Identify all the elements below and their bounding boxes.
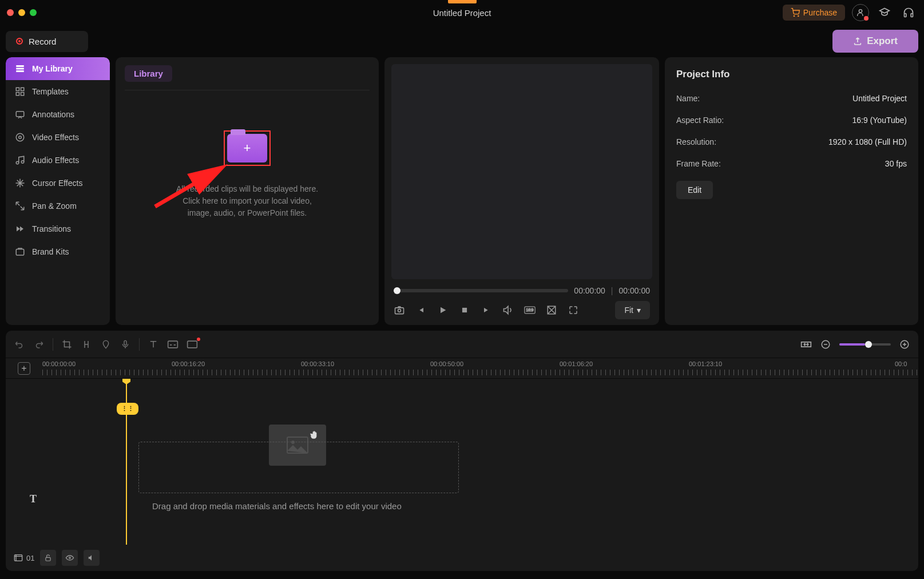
fit-timeline-button[interactable] xyxy=(800,339,812,350)
ruler-mark: 00:00:33:10 xyxy=(301,360,334,367)
sidebar-item-label: Audio Effects xyxy=(32,156,79,165)
library-hint-text: All recorded clips will be displayed her… xyxy=(176,183,318,219)
fullscreen-button[interactable] xyxy=(568,304,579,316)
project-info-panel: Project Info Name: Untitled Project Aspe… xyxy=(665,57,918,325)
zoom-out-button[interactable] xyxy=(820,339,831,350)
preview-canvas[interactable] xyxy=(391,64,652,279)
svg-point-14 xyxy=(19,136,22,139)
edit-project-button[interactable]: Edit xyxy=(676,181,713,199)
sidebar-item-label: Pan & Zoom xyxy=(32,201,77,211)
ruler-mark: 00:00:16:20 xyxy=(172,360,205,367)
volume-button[interactable] xyxy=(502,304,514,316)
account-button[interactable] xyxy=(852,4,869,21)
svg-rect-3 xyxy=(905,14,906,17)
info-name-value: Untitled Project xyxy=(852,94,907,103)
info-framerate-label: Frame Rate: xyxy=(676,159,721,168)
maximize-window-icon[interactable] xyxy=(30,9,37,16)
record-button[interactable]: Record xyxy=(6,31,88,52)
minimize-window-icon[interactable] xyxy=(18,9,25,16)
marker-button[interactable] xyxy=(100,339,112,350)
close-window-icon[interactable] xyxy=(7,9,14,16)
sidebar-item-templates[interactable]: Templates xyxy=(6,80,110,103)
svg-rect-17 xyxy=(16,249,24,256)
svg-point-16 xyxy=(21,161,24,164)
resolution-badge[interactable]: 16:9 xyxy=(524,304,536,316)
sidebar-item-label: Brand Kits xyxy=(32,247,69,256)
split-marker-icon[interactable]: ⋮⋮ xyxy=(117,403,138,415)
undo-button[interactable] xyxy=(14,339,25,350)
track-drop-zone[interactable] xyxy=(138,442,459,493)
transitions-icon xyxy=(15,224,25,234)
timeline-ruler[interactable]: + 00:00:00:00 00:00:16:20 00:00:33:10 00… xyxy=(6,358,918,379)
time-total: 00:00:00 xyxy=(619,286,651,295)
cursor-effects-icon xyxy=(15,178,25,188)
tracks-area[interactable]: ⋮⋮ Drag and drop media materials and eff… xyxy=(6,379,918,545)
sidebar-item-annotations[interactable]: Annotations xyxy=(6,103,110,126)
svg-rect-7 xyxy=(16,70,24,72)
zoom-fit-dropdown[interactable]: Fit ▾ xyxy=(615,301,650,319)
ruler-mark: 00:0 xyxy=(895,360,907,367)
ruler-mark: 00:01:23:10 xyxy=(689,360,722,367)
crop-button[interactable] xyxy=(61,339,73,350)
window-controls xyxy=(7,9,37,16)
mute-track-button[interactable] xyxy=(84,550,100,566)
svg-rect-28 xyxy=(188,341,197,348)
sidebar-item-transitions[interactable]: Transitions xyxy=(6,217,110,240)
seek-slider[interactable] xyxy=(394,289,568,292)
zoom-in-button[interactable] xyxy=(899,339,910,350)
sidebar-item-brand-kits[interactable]: Brand Kits xyxy=(6,240,110,263)
lock-track-button[interactable] xyxy=(40,550,56,566)
video-effects-icon xyxy=(15,132,25,142)
svg-point-21 xyxy=(398,309,401,312)
next-frame-button[interactable] xyxy=(481,304,492,316)
audio-effects-icon xyxy=(15,155,25,165)
library-panel: Library + All recorded clips will be dis… xyxy=(116,57,379,325)
voiceover-button[interactable] xyxy=(120,339,131,350)
svg-rect-11 xyxy=(21,93,24,96)
sidebar-item-pan-zoom[interactable]: Pan & Zoom xyxy=(6,195,110,217)
redo-button[interactable] xyxy=(33,339,45,350)
import-media-button[interactable]: + xyxy=(224,130,271,166)
svg-point-15 xyxy=(16,161,19,164)
folder-plus-icon: + xyxy=(227,134,267,162)
info-aspect-label: Aspect Ratio: xyxy=(676,116,724,125)
library-icon xyxy=(15,64,25,74)
split-button[interactable] xyxy=(81,339,92,350)
svg-rect-5 xyxy=(16,65,24,67)
visibility-track-button[interactable] xyxy=(62,550,78,566)
topbar: Record Export xyxy=(0,25,924,57)
export-button[interactable]: Export xyxy=(832,30,918,53)
ai-button[interactable] xyxy=(187,339,198,350)
stop-button[interactable] xyxy=(459,304,470,316)
sidebar-item-label: Cursor Effects xyxy=(32,179,82,188)
svg-rect-10 xyxy=(16,93,19,96)
svg-point-2 xyxy=(859,10,862,13)
sidebar-item-cursor-effects[interactable]: Cursor Effects xyxy=(6,172,110,195)
text-button[interactable] xyxy=(148,339,159,350)
preview-panel: 00:00:00 | 00:00:00 16:9 Fit ▾ xyxy=(384,57,659,325)
info-framerate-value: 30 fps xyxy=(885,159,907,168)
snapshot-button[interactable] xyxy=(394,304,405,316)
add-track-button[interactable]: + xyxy=(18,362,30,375)
ruler-mark: 00:00:50:00 xyxy=(430,360,463,367)
sidebar-item-video-effects[interactable]: Video Effects xyxy=(6,126,110,149)
sidebar-item-my-library[interactable]: My Library xyxy=(6,57,110,80)
fit-label: Fit xyxy=(624,306,633,315)
ruler-mark: 00:01:06:20 xyxy=(560,360,593,367)
info-title: Project Info xyxy=(676,69,907,80)
main-area: My Library Templates Annotations Video E… xyxy=(0,57,924,325)
purchase-button[interactable]: Purchase xyxy=(783,5,845,21)
headphones-button[interactable] xyxy=(900,4,917,21)
zoom-slider[interactable] xyxy=(839,343,891,346)
tutorial-button[interactable] xyxy=(876,4,893,21)
grid-toggle-button[interactable] xyxy=(546,304,557,316)
play-button[interactable] xyxy=(437,304,449,316)
caption-button[interactable] xyxy=(167,339,179,350)
tab-library[interactable]: Library xyxy=(125,65,172,82)
sidebar-item-audio-effects[interactable]: Audio Effects xyxy=(6,149,110,172)
prev-frame-button[interactable] xyxy=(415,304,427,316)
sidebar-item-label: Video Effects xyxy=(32,133,79,142)
annotations-icon xyxy=(15,109,25,120)
svg-rect-22 xyxy=(462,308,467,312)
info-aspect-value: 16:9 (YouTube) xyxy=(852,116,907,125)
